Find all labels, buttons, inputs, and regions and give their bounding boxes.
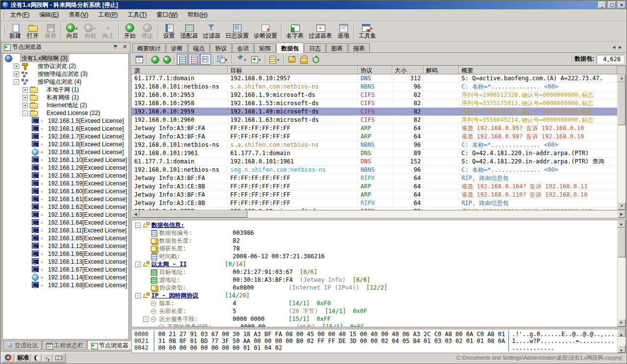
decode-row[interactable]: 捕获长度: 78	[133, 245, 617, 252]
packet-row[interactable]: Jetway Info:A3:BF:FA FF:FF:FF:FF:FF:FF A…	[132, 191, 617, 199]
decode-vertical-scrollbar[interactable]	[617, 220, 626, 327]
tree-item[interactable]: = 192.168.1.68[Exceed License]	[3, 281, 128, 289]
toolbar-button[interactable]: 向上	[99, 22, 117, 41]
tree-item[interactable]: ≈ 192.168.1.9[Exceed License]	[3, 148, 128, 156]
tree-item[interactable]: = 192.168.1.62[Exceed License]	[3, 203, 128, 211]
toolbar-button[interactable]: 日志设置	[223, 22, 251, 41]
tree-item[interactable]: - Exceed License (22)	[3, 109, 128, 117]
tree-item[interactable]: = 192.168.1.12[Exceed License]	[3, 242, 128, 250]
tree-expander[interactable]: -	[135, 293, 141, 298]
table-vertical-scrollbar[interactable]	[617, 74, 626, 210]
menu-item[interactable]: 编辑(E)	[34, 9, 64, 21]
packet-toolbar-button[interactable]	[249, 54, 263, 65]
table-horizontal-scrollbar[interactable]	[131, 210, 626, 218]
tree-expander[interactable]: -	[23, 111, 28, 116]
decode-row[interactable]: 目标地址: 00:21:27:91:03:67 [0/6]	[133, 268, 617, 276]
column-header[interactable]: 目标	[228, 66, 358, 74]
view-tab[interactable]: 端点	[188, 43, 210, 52]
scrollbar-thumb[interactable]	[618, 82, 626, 125]
tree-item[interactable]: = 192.168.1.30[Exceed License]	[3, 172, 128, 180]
tree-item[interactable]: + 按协议浏览 (2)	[3, 62, 128, 70]
maximize-button[interactable]: □	[608, 1, 616, 8]
tree-item[interactable]: + 本地子网 (1)	[3, 86, 128, 93]
hex-row[interactable]: 0021 31 0B 8F 01 BD 77 3F 50 AA 00 00 00…	[134, 338, 616, 344]
scroll-down-icon[interactable]	[618, 202, 626, 210]
view-tab[interactable]: 日志	[304, 43, 326, 52]
menu-item[interactable]: 工程(P)	[93, 9, 122, 21]
pin-icon[interactable]	[112, 44, 119, 50]
toolbar-button[interactable]: 停止	[139, 22, 156, 41]
tree-item[interactable]: + 按物理端点浏览 (3)	[3, 70, 128, 78]
decode-row[interactable]: 时间戳: 2008-06-12 00:37:21.386216	[133, 252, 617, 260]
packet-row[interactable]: 61.177.7.1:domain 192.168.0.10:2957 DNS …	[132, 74, 617, 83]
toolbar-button[interactable]: 诊断设置	[251, 22, 280, 41]
decode-row[interactable]: 数据包编号: 003986	[133, 229, 617, 237]
tree-item[interactable]: = 192.168.1.11[Exceed License]	[3, 227, 128, 234]
tree-expander[interactable]: -	[135, 223, 141, 228]
view-tab[interactable]: 概要统计	[132, 43, 166, 52]
toolbar-button[interactable]: 名字表	[284, 22, 306, 41]
packet-toolbar-button[interactable]	[177, 54, 188, 65]
tree-expander[interactable]: +	[14, 71, 19, 77]
packet-row[interactable]: Jetway Info:A3:BF:FA FF:FF:FF:FF:FF:FF A…	[132, 133, 617, 141]
toolbar-button[interactable]: 向后	[63, 22, 81, 41]
tree-item[interactable]: = 192.168.1.60[Exceed License]	[3, 187, 128, 195]
packet-row[interactable]: Jetway Info:A3:BF:FA FF:FF:FF:FF:FF:FF R…	[132, 174, 617, 182]
column-header[interactable]: 大小	[392, 66, 424, 74]
menu-item[interactable]: 帮助(H)	[183, 9, 213, 21]
ime-fullwidth-icon[interactable]	[32, 354, 42, 362]
scroll-up-icon[interactable]	[618, 74, 626, 82]
toolbar-button[interactable]: 过滤器表	[306, 22, 335, 41]
toolbar-grip[interactable]	[2, 11, 3, 19]
packet-toolbar-button[interactable]	[189, 54, 199, 65]
packet-row[interactable]: Jetway Info:A3:CE:8B FF:FF:FF:FF:FF:FF A…	[132, 182, 617, 191]
tree-item[interactable]: = 192.168.1.64[Exceed License]	[3, 219, 128, 227]
toolbar-grip[interactable]	[3, 27, 4, 35]
view-tab[interactable]: 数据包	[276, 43, 304, 53]
toolbar-button[interactable]: 适配器	[178, 22, 200, 41]
packet-row[interactable]: 192.168.0.10:2958 192.168.1.68:microsoft…	[132, 207, 617, 210]
column-header[interactable]: 协议	[358, 66, 392, 74]
scrollbar-thumb[interactable]	[618, 228, 626, 257]
decode-row[interactable]: - 以太网 - II [0/14]	[133, 260, 617, 268]
view-tab[interactable]: 协议	[210, 43, 232, 52]
packet-toolbar-button[interactable]	[235, 54, 248, 65]
tree-expander[interactable]: +	[23, 87, 28, 92]
tree-item[interactable]: = 192.168.1.59[Exceed License]	[3, 180, 128, 187]
toolbar-button[interactable]: 过滤器	[200, 22, 223, 41]
packet-row[interactable]: 192.168.0.10:2953 192.168.1.9:microsoft-…	[132, 91, 617, 99]
decode-row[interactable]: 版本: 4 [14/1] 0xF0	[133, 299, 617, 307]
packet-toolbar-button[interactable]	[134, 54, 145, 65]
decode-row[interactable]: 头部长度: 5 (20 字节) [14/1] 0x0F	[133, 307, 617, 315]
toolbar-button[interactable]: 设置	[160, 22, 178, 41]
tree-item[interactable]: = 192.168.1.7[Exceed License]	[3, 133, 128, 140]
hex-vertical-scrollbar[interactable]	[617, 329, 626, 353]
scroll-up-icon[interactable]	[618, 220, 626, 228]
tree-expander[interactable]: +	[14, 64, 19, 69]
scrollbar-thumb[interactable]	[140, 210, 247, 218]
panel-tab[interactable]: 节点浏览器	[87, 341, 132, 350]
tree-expander[interactable]: +	[23, 103, 28, 108]
packet-row[interactable]: 61.177.7.1:domain 192.168.0.101:1961 DNS…	[132, 158, 617, 166]
tree-item[interactable]: = 192.168.1.8[Exceed License]	[3, 140, 128, 148]
decode-row[interactable]: 源地址: 00:30:18:A3:BF:FA (Jetway Info) [6/…	[133, 276, 617, 284]
decode-row[interactable]: 协议类型: 0x0800 (Internet IP (IPv4)) [12/2]	[133, 284, 617, 292]
ime-punctuation-button[interactable]: ·,	[43, 354, 52, 362]
decode-row[interactable]: 数据包长度: 82	[133, 237, 617, 245]
packet-row[interactable]: 192.168.0.10:2958 192.168.1.53:microsoft…	[132, 99, 617, 108]
menu-item[interactable]: 窗口(W)	[152, 9, 183, 21]
ime-mode-button[interactable]: 标准	[15, 354, 31, 362]
toolbar-button[interactable]: 打开	[24, 22, 42, 41]
column-header[interactable]: 源	[132, 66, 228, 74]
tree-item[interactable]: - 按IP端点浏览 (4)	[3, 78, 128, 86]
minimize-button[interactable]: _	[598, 1, 606, 8]
packet-toolbar-button[interactable]	[200, 54, 211, 65]
tab-scroll-left-icon[interactable]	[612, 45, 617, 50]
scroll-left-icon[interactable]	[132, 210, 140, 218]
scroll-down-icon[interactable]	[618, 345, 626, 353]
packet-row[interactable]: 192.168.0.101:netbios-ns s.a.shifen.com:…	[132, 141, 617, 149]
panel-tab[interactable]: 交流社区	[3, 341, 42, 350]
decode-row[interactable]: - IP - 因特网协议 [14/20]	[133, 292, 617, 299]
tree-expander[interactable]: -	[143, 317, 148, 322]
decode-row[interactable]: 不同的服务代码: 0000 00.. (缺省) [15/1] 0xFC	[133, 323, 617, 327]
